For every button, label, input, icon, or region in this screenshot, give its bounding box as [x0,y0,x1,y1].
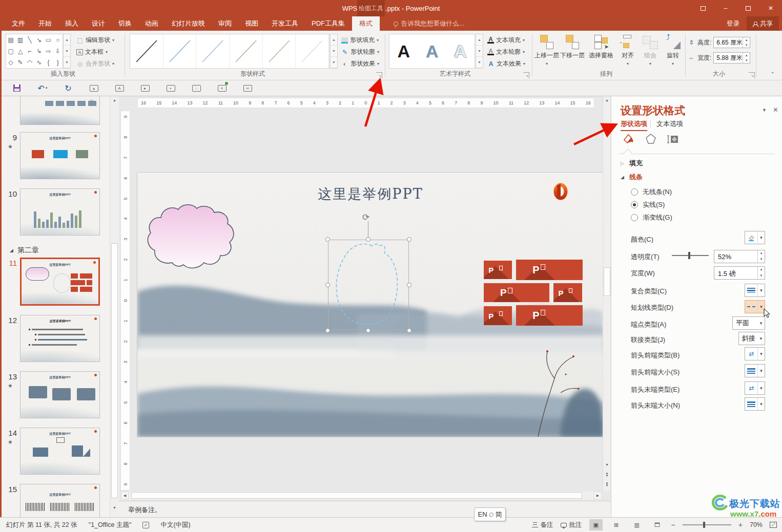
width-spinner[interactable]: ▲▼ [743,53,750,63]
shape-icon[interactable]: ▭ [44,34,53,46]
shape-styles-dialog-launcher[interactable] [376,72,382,78]
maximize-button[interactable] [737,0,759,16]
merge-shapes-button[interactable]: ◎ 合并形状▾ [76,58,114,69]
fill-line-icon[interactable] [622,132,635,145]
cap-type-dropdown[interactable]: 平面 ▼ [732,316,765,330]
tab-transitions[interactable]: 切换 [112,16,138,31]
share-button[interactable]: 共享 [747,16,779,31]
line-style-preview[interactable] [230,34,263,68]
slide-thumbnail-10[interactable]: 这里是举例PPT [20,188,100,236]
radio-gradient-line[interactable]: 渐变线(G) [631,213,672,222]
shape-style-scroll[interactable]: ▲▼▼ [330,34,338,69]
height-input[interactable]: 6.65 厘米 ▲▼ [713,37,750,48]
edit-shape-button[interactable]: ⬚ 编辑形状▾ [76,35,114,46]
canvas-hscrollbar-thumb[interactable] [131,492,582,499]
shape-style-gallery[interactable] [130,34,330,69]
undo-button[interactable]: ↶▾ [37,83,48,93]
shape-icon[interactable]: ◠ [25,57,34,68]
radio-no-line[interactable]: 无线条(N) [631,187,672,197]
bring-forward-button[interactable]: 上移一层▾ [536,35,558,77]
shape-icon[interactable]: ▤ [6,34,15,46]
ribbon-display-options-button[interactable] [692,0,714,16]
close-button[interactable]: ✕ [759,0,782,16]
section-header[interactable]: 第二章 [10,246,39,255]
shape-fill-button[interactable]: 形状填充▾ [341,35,379,46]
shape-icon[interactable]: ∿ [34,57,44,68]
transparency-slider[interactable] [672,255,709,256]
powerpoint-tile[interactable]: P [553,283,582,302]
tab-animations[interactable]: 动画 [138,16,165,31]
slide-thumbnail-8[interactable] [20,96,100,125]
shape-icon[interactable]: { [44,57,53,68]
ime-language-indicator[interactable]: EN 简 [474,507,506,521]
gallery-more-icon[interactable]: ▼ [64,57,70,68]
line-style-preview[interactable] [263,34,296,68]
effects-icon[interactable] [644,132,657,145]
tab-design[interactable]: 设计 [85,16,112,31]
powerpoint-tiles-group[interactable]: P P P P P P [484,260,586,327]
reading-view-button[interactable]: ▥ [630,519,644,530]
shape-icon[interactable]: ↘ [34,34,44,46]
size-dialog-launcher[interactable] [749,72,755,78]
line-section-header[interactable]: ◢ 线条 [621,173,643,182]
gallery-up-icon[interactable]: ▲ [64,34,70,46]
tab-insert[interactable]: 插入 [58,16,85,31]
slide-thumbnail-13[interactable]: 这里是举例PPT [20,371,100,418]
arrow-begin-type-dropdown[interactable]: ⇄▼ [745,347,765,360]
thumbnail-scrollbar-thumb[interactable] [111,243,118,498]
shape-icon[interactable]: ◇ [6,57,15,68]
scroll-down-icon[interactable]: ▼ [603,461,611,469]
resize-handle-w[interactable] [325,283,330,287]
tab-file[interactable]: 文件 [5,16,32,31]
height-spinner[interactable]: ▲▼ [743,37,750,48]
shape-gallery-scroll[interactable]: ▲▼▼ [63,34,71,69]
slideshow-from-start-button[interactable]: ▸ [140,83,150,93]
tab-home[interactable]: 开始 [32,16,58,31]
zoom-in-button[interactable]: + [738,521,743,529]
zoom-percentage[interactable]: 70% [750,521,763,528]
powerpoint-tile[interactable]: P [484,283,549,302]
slideshow-view-button[interactable]: 🗖 [651,519,664,530]
radio-solid-line[interactable]: 实线(S) [631,200,665,209]
slide-title-textbox[interactable]: 这里是举例PPT [137,185,604,203]
powerpoint-tile[interactable]: P [516,260,583,280]
notes-pane[interactable]: 举例备注。 [119,501,611,517]
slide-thumbnail-14[interactable]: 这里是举例PPT [20,428,100,475]
resize-handle-s[interactable] [366,328,371,333]
line-style-preview[interactable] [196,34,230,68]
tab-view[interactable]: 视图 [238,16,265,31]
slide-sorter-view-button[interactable]: ⊞ [610,519,623,530]
compound-type-dropdown[interactable]: ▼ [745,284,765,297]
comments-toggle-button[interactable]: 批注 [561,521,582,529]
shape-icon[interactable]: ⇨ [44,46,53,57]
shape-icon[interactable]: ⌐ [25,46,34,57]
monitor-tool-button[interactable]: ▴ [89,83,99,93]
size-properties-icon[interactable] [667,132,680,145]
shape-effects-button[interactable]: ◐ 形状效果▾ [341,58,379,69]
print-preview-button[interactable]: ◌ [191,83,201,93]
previous-slide-button[interactable]: ▲▲ [603,470,611,478]
resize-handle-e[interactable] [407,283,411,287]
scroll-left-icon[interactable]: ◀ [121,492,129,499]
gallery-up-icon[interactable]: ▲ [476,34,483,46]
group-button[interactable]: 组合▾ [640,35,661,77]
resize-handle-n[interactable] [366,237,371,242]
tab-text-options[interactable]: 文本选项 [656,119,683,129]
wordart-style-preview[interactable]: A [418,34,446,68]
gallery-down-icon[interactable]: ▼ [476,46,483,57]
transparency-value-box[interactable]: 52% ▲▼ [714,250,765,263]
zoom-slider[interactable] [683,524,731,525]
canvas-vertical-scrollbar[interactable]: ▲ ▼ ▲▲ ▼▼ [603,96,610,491]
scroll-up-icon[interactable]: ▲ [111,96,118,104]
normal-view-button[interactable]: ▣ [589,519,603,530]
panel-options-caret-icon[interactable]: ▼ [762,108,767,113]
tab-developer[interactable]: 开发工具 [265,16,305,31]
language-indicator[interactable]: 中文(中国) [160,521,190,529]
arrow-end-size-dropdown[interactable]: ▼ [745,397,765,411]
text-effects-button[interactable]: A 文本效果▾ [487,58,525,69]
powerpoint-tile[interactable]: P [516,305,583,326]
tab-slideshow[interactable]: 幻灯片放映 [165,16,212,31]
canvas-scrollbar-thumb[interactable] [604,267,610,296]
wordart-style-preview[interactable]: A [446,34,475,68]
wordart-dialog-launcher[interactable] [523,72,529,78]
